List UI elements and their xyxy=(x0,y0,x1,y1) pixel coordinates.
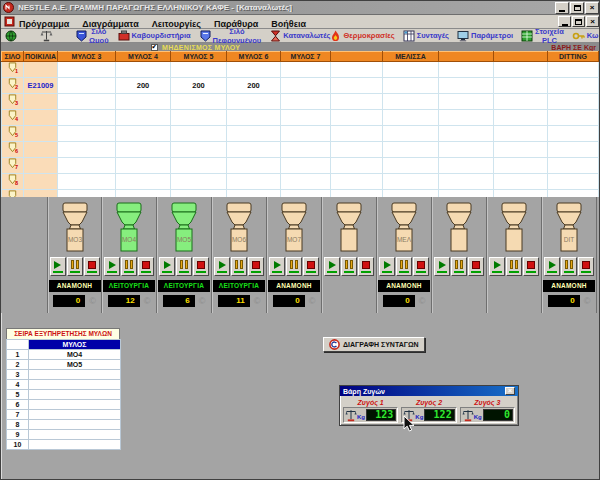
variety-cell[interactable] xyxy=(24,62,58,78)
value-cell[interactable] xyxy=(439,158,494,174)
value-cell[interactable] xyxy=(281,110,331,126)
grinder-pause-button[interactable] xyxy=(396,257,412,276)
mdi-minimize-button[interactable] xyxy=(558,16,571,27)
grinder-start-button[interactable] xyxy=(434,257,450,276)
value-cell[interactable] xyxy=(331,110,383,126)
value-cell[interactable] xyxy=(58,62,116,78)
value-cell[interactable] xyxy=(331,78,383,94)
value-cell[interactable] xyxy=(548,174,599,190)
value-cell[interactable] xyxy=(171,158,227,174)
value-cell[interactable] xyxy=(439,94,494,110)
value-cell[interactable] xyxy=(383,126,439,142)
value-cell[interactable] xyxy=(383,142,439,158)
counter-reset-icon[interactable]: © xyxy=(309,297,316,306)
value-cell[interactable] xyxy=(171,110,227,126)
value-cell[interactable] xyxy=(331,142,383,158)
value-cell[interactable] xyxy=(548,110,599,126)
value-cell[interactable] xyxy=(439,174,494,190)
value-cell[interactable] xyxy=(331,126,383,142)
counter-reset-icon[interactable]: © xyxy=(254,297,261,306)
value-cell[interactable] xyxy=(281,78,331,94)
value-cell[interactable]: 200 xyxy=(171,78,227,94)
value-cell[interactable] xyxy=(494,174,548,190)
value-cell[interactable] xyxy=(58,142,116,158)
value-cell[interactable] xyxy=(383,78,439,94)
toolbar-globe-button[interactable] xyxy=(5,30,17,42)
value-cell[interactable] xyxy=(58,158,116,174)
restore-button[interactable] xyxy=(570,2,584,14)
value-cell[interactable] xyxy=(227,126,281,142)
value-cell[interactable] xyxy=(116,94,171,110)
value-cell[interactable] xyxy=(494,158,548,174)
toolbar-roasted-silo-button[interactable]: Σιλό Πεφρυγμένου xyxy=(200,27,262,45)
value-cell[interactable] xyxy=(331,174,383,190)
grinder-start-button[interactable] xyxy=(489,257,505,276)
value-cell[interactable]: 200 xyxy=(116,78,171,94)
value-cell[interactable] xyxy=(494,142,548,158)
toolbar-raw-silo-button[interactable]: Σιλό Ωμού xyxy=(76,27,109,45)
value-cell[interactable] xyxy=(227,158,281,174)
value-cell[interactable] xyxy=(548,158,599,174)
grinder-start-button[interactable] xyxy=(50,257,66,276)
value-cell[interactable] xyxy=(383,110,439,126)
variety-cell[interactable] xyxy=(24,94,58,110)
zero-mill-checkbox[interactable]: ✓ xyxy=(151,44,158,51)
value-cell[interactable] xyxy=(383,62,439,78)
variety-cell[interactable] xyxy=(24,174,58,190)
grinder-stop-button[interactable] xyxy=(138,257,154,276)
value-cell[interactable] xyxy=(439,78,494,94)
value-cell[interactable] xyxy=(116,142,171,158)
grinder-stop-button[interactable] xyxy=(193,257,209,276)
grinder-start-button[interactable] xyxy=(214,257,230,276)
grinder-stop-button[interactable] xyxy=(523,257,539,276)
value-cell[interactable] xyxy=(494,94,548,110)
value-cell[interactable] xyxy=(383,174,439,190)
value-cell[interactable] xyxy=(439,110,494,126)
grinder-stop-button[interactable] xyxy=(84,257,100,276)
value-cell[interactable] xyxy=(494,62,548,78)
grinder-start-button[interactable] xyxy=(324,257,340,276)
value-cell[interactable] xyxy=(58,94,116,110)
grinder-pause-button[interactable] xyxy=(67,257,83,276)
grinder-start-button[interactable] xyxy=(269,257,285,276)
value-cell[interactable] xyxy=(383,158,439,174)
grinder-stop-button[interactable] xyxy=(578,257,594,276)
value-cell[interactable] xyxy=(548,142,599,158)
mdi-close-button[interactable]: × xyxy=(586,16,599,27)
value-cell[interactable] xyxy=(58,110,116,126)
value-cell[interactable] xyxy=(58,78,116,94)
grinder-stop-button[interactable] xyxy=(248,257,264,276)
value-cell[interactable] xyxy=(494,110,548,126)
toolbar-plc-button[interactable]: Στοιχεία PLC xyxy=(521,27,564,45)
value-cell[interactable] xyxy=(171,142,227,158)
value-cell[interactable] xyxy=(116,62,171,78)
value-cell[interactable] xyxy=(494,126,548,142)
value-cell[interactable] xyxy=(281,62,331,78)
counter-reset-icon[interactable]: © xyxy=(584,297,591,306)
value-cell[interactable] xyxy=(171,94,227,110)
grinder-start-button[interactable] xyxy=(104,257,120,276)
grinder-stop-button[interactable] xyxy=(303,257,319,276)
value-cell[interactable] xyxy=(439,62,494,78)
value-cell[interactable] xyxy=(58,174,116,190)
grinder-pause-button[interactable] xyxy=(561,257,577,276)
value-cell[interactable] xyxy=(281,158,331,174)
variety-cell[interactable]: E21009 xyxy=(24,78,58,94)
grinder-stop-button[interactable] xyxy=(413,257,429,276)
value-cell[interactable] xyxy=(227,94,281,110)
toolbar-temperatures-button[interactable]: Θερμοκρασίες xyxy=(330,30,394,42)
value-cell[interactable] xyxy=(227,174,281,190)
value-cell[interactable] xyxy=(116,110,171,126)
variety-cell[interactable] xyxy=(24,142,58,158)
delete-recipes-button[interactable]: ΔΙΑΓΡΑΦΗ ΣΥΝΤΑΓΩΝ xyxy=(323,337,425,352)
value-cell[interactable] xyxy=(548,126,599,142)
counter-reset-icon[interactable]: © xyxy=(144,297,151,306)
value-cell[interactable] xyxy=(171,62,227,78)
grinder-pause-button[interactable] xyxy=(231,257,247,276)
grinder-pause-button[interactable] xyxy=(451,257,467,276)
value-cell[interactable] xyxy=(331,94,383,110)
value-cell[interactable] xyxy=(548,94,599,110)
variety-cell[interactable] xyxy=(24,126,58,142)
value-cell[interactable] xyxy=(281,126,331,142)
value-cell[interactable] xyxy=(171,126,227,142)
